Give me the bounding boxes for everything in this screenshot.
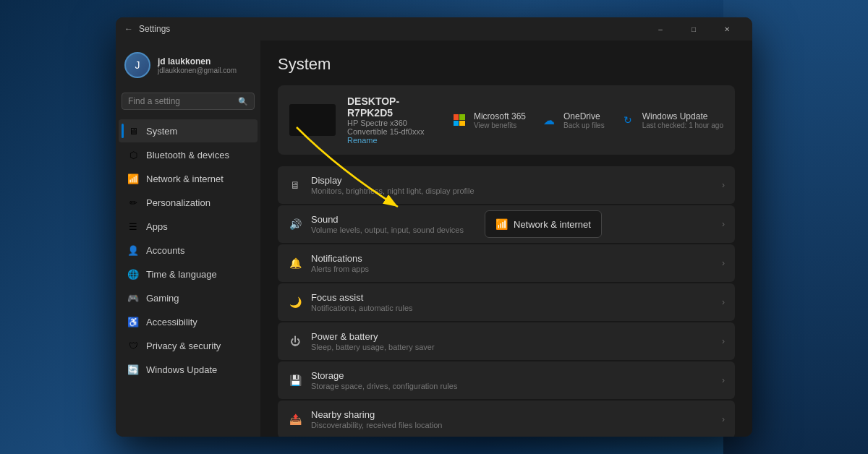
sidebar-label-personalization: Personalization (146, 197, 210, 208)
sidebar-label-privacy: Privacy & security (146, 340, 221, 351)
setting-item-focus[interactable]: 🌙 Focus assist Notifications, automatic … (278, 283, 735, 321)
onedrive-app[interactable]: ☁ OneDrive Back up files (540, 111, 605, 129)
notifications-desc: Alerts from apps (311, 265, 713, 273)
personalization-icon: ✏ (127, 197, 139, 208)
power-icon: ⏻ (288, 334, 302, 348)
focus-desc: Notifications, automatic rules (311, 304, 713, 312)
winupdate-app[interactable]: ↻ Windows Update Last checked: 1 hour ag… (619, 111, 723, 129)
notifications-icon: 🔔 (288, 256, 302, 270)
display-arrow: › (722, 180, 725, 190)
close-button[interactable]: ✕ (710, 17, 744, 40)
sidebar-label-bluetooth: Bluetooth & devices (146, 150, 229, 160)
focus-title: Focus assist (311, 292, 713, 303)
sidebar: J jd laukkonen jdlaukkonen@gmail.com 🔍 🖥… (116, 40, 260, 437)
focus-arrow: › (722, 297, 725, 307)
titlebar: ← Settings – □ ✕ (116, 17, 752, 40)
sidebar-label-gaming: Gaming (146, 293, 179, 304)
search-input[interactable] (128, 96, 234, 106)
ms365-info: Microsoft 365 View benefits (474, 111, 526, 129)
sidebar-item-gaming[interactable]: 🎮 Gaming (119, 286, 258, 309)
sidebar-item-system[interactable]: 🖥 System (119, 119, 258, 142)
sidebar-item-accounts[interactable]: 👤 Accounts (119, 239, 258, 262)
user-email: jdlaukkonen@gmail.com (158, 67, 237, 74)
tooltip-label: Network & internet (514, 219, 591, 230)
gaming-icon: 🎮 (127, 292, 139, 304)
device-rename[interactable]: Rename (347, 136, 439, 145)
search-box[interactable]: 🔍 (122, 93, 255, 110)
user-name: jd laukkonen (158, 56, 237, 67)
settings-list: 🖥 Display Monitors, brightness, night li… (278, 166, 735, 437)
main-content: J jd laukkonen jdlaukkonen@gmail.com 🔍 🖥… (116, 40, 752, 437)
setting-item-nearby[interactable]: 📤 Nearby sharing Discoverability, receiv… (278, 401, 735, 437)
sidebar-item-time[interactable]: 🌐 Time & language (119, 262, 258, 286)
storage-arrow: › (722, 375, 725, 385)
accounts-icon: 👤 (127, 244, 139, 256)
winupdate-icon: ↻ (619, 111, 637, 129)
user-profile[interactable]: J jd laukkonen jdlaukkonen@gmail.com (116, 46, 260, 90)
onedrive-info: OneDrive Back up files (563, 111, 605, 129)
nearby-text: Nearby sharing Discoverability, received… (311, 409, 713, 429)
notifications-text: Notifications Alerts from apps (311, 253, 713, 273)
network-tooltip: 📶 Network & internet (485, 210, 602, 238)
minimize-button[interactable]: – (644, 17, 677, 40)
onedrive-icon: ☁ (540, 111, 558, 129)
main-panel: System DESKTOP-R7PK2D5 HP Spectre x360 C… (260, 40, 752, 437)
sidebar-label-accessibility: Accessibility (146, 317, 197, 327)
back-button[interactable]: ← (124, 24, 133, 34)
setting-item-storage[interactable]: 💾 Storage Storage space, drives, configu… (278, 361, 735, 399)
sound-icon: 🔊 (288, 217, 302, 231)
display-icon: 🖥 (288, 178, 302, 192)
sidebar-item-accessibility[interactable]: ♿ Accessibility (119, 310, 258, 333)
device-apps: Microsoft 365 View benefits ☁ OneDrive B… (451, 111, 723, 129)
sidebar-item-apps[interactable]: ☰ Apps (119, 215, 258, 238)
setting-item-power[interactable]: ⏻ Power & battery Sleep, battery usage, … (278, 322, 735, 360)
onedrive-name: OneDrive (563, 111, 605, 121)
window-controls: – □ ✕ (644, 17, 744, 40)
notifications-title: Notifications (311, 253, 713, 264)
setting-item-notifications[interactable]: 🔔 Notifications Alerts from apps › (278, 244, 735, 282)
maximize-button[interactable]: □ (677, 17, 710, 40)
sound-arrow: › (722, 219, 725, 229)
user-info: jd laukkonen jdlaukkonen@gmail.com (158, 56, 237, 74)
display-text: Display Monitors, brightness, night ligh… (311, 175, 713, 195)
sidebar-item-personalization[interactable]: ✏ Personalization (119, 191, 258, 214)
winupdate-info: Windows Update Last checked: 1 hour ago (642, 111, 723, 129)
device-name: DESKTOP-R7PK2D5 (347, 95, 439, 119)
sidebar-label-system: System (146, 126, 177, 137)
page-title: System (278, 55, 735, 74)
power-text: Power & battery Sleep, battery usage, ba… (311, 331, 713, 351)
focus-text: Focus assist Notifications, automatic ru… (311, 292, 713, 312)
device-info: DESKTOP-R7PK2D5 HP Spectre x360 Converti… (347, 95, 439, 145)
accessibility-icon: ♿ (127, 316, 139, 327)
sidebar-label-accounts: Accounts (146, 245, 184, 256)
nearby-desc: Discoverability, received files location (311, 421, 713, 429)
sidebar-label-time: Time & language (146, 269, 217, 280)
ms365-name: Microsoft 365 (474, 111, 526, 121)
power-title: Power & battery (311, 331, 713, 342)
storage-text: Storage Storage space, drives, configura… (311, 370, 713, 390)
ms365-app[interactable]: Microsoft 365 View benefits (451, 111, 526, 129)
onedrive-desc: Back up files (563, 121, 605, 129)
time-icon: 🌐 (127, 268, 139, 280)
winupdate-desc: Last checked: 1 hour ago (642, 121, 723, 129)
bluetooth-icon: ⬡ (127, 149, 139, 160)
display-desc: Monitors, brightness, night light, displ… (311, 187, 713, 195)
settings-window: ← Settings – □ ✕ J jd laukkonen jdlaukko… (116, 17, 752, 437)
sidebar-item-update[interactable]: 🔄 Windows Update (119, 358, 258, 381)
sidebar-item-network[interactable]: 📶 Network & internet (119, 167, 258, 190)
display-title: Display (311, 175, 713, 186)
focus-icon: 🌙 (288, 295, 302, 309)
apps-icon: ☰ (127, 220, 139, 232)
update-icon: 🔄 (127, 364, 139, 375)
privacy-icon: 🛡 (127, 340, 139, 351)
power-desc: Sleep, battery usage, battery saver (311, 343, 713, 351)
sidebar-item-bluetooth[interactable]: ⬡ Bluetooth & devices (119, 143, 258, 166)
sidebar-item-privacy[interactable]: 🛡 Privacy & security (119, 334, 258, 357)
search-icon: 🔍 (238, 97, 248, 106)
winupdate-name: Windows Update (642, 111, 723, 121)
nearby-arrow: › (722, 414, 725, 424)
sidebar-label-apps: Apps (146, 221, 168, 232)
power-arrow: › (722, 336, 725, 346)
setting-item-display[interactable]: 🖥 Display Monitors, brightness, night li… (278, 166, 735, 204)
nearby-title: Nearby sharing (311, 409, 713, 420)
